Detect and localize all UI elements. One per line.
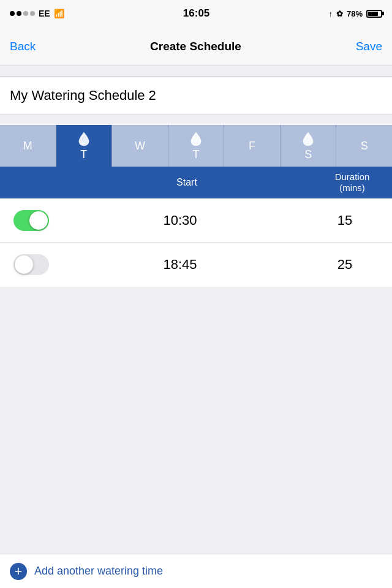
- day-cell-w2[interactable]: W: [112, 125, 168, 167]
- day-label: S: [304, 148, 312, 161]
- carrier-label: EE: [39, 9, 50, 18]
- empty-area: [0, 287, 392, 483]
- row-start-0[interactable]: 10:30: [55, 213, 305, 228]
- schedule-row-0: 10:30 15: [0, 198, 392, 243]
- day-cell-m0[interactable]: M: [0, 125, 56, 167]
- schedule-name-section: My Watering Schedule 2: [0, 76, 392, 115]
- footer-section[interactable]: + Add another watering time: [0, 554, 392, 588]
- day-cell-t1[interactable]: T: [56, 125, 113, 167]
- day-cell-s6[interactable]: S: [336, 125, 392, 167]
- save-button[interactable]: Save: [356, 40, 382, 53]
- toggle-knob-1: [15, 255, 33, 274]
- toggle-knob-0: [29, 211, 48, 230]
- schedule-rows: 10:30 15 18:45 25: [0, 198, 392, 287]
- row-duration-1[interactable]: 25: [305, 257, 385, 273]
- battery-percent: 78%: [347, 9, 363, 18]
- day-label: S: [361, 140, 368, 153]
- header-duration: Duration(mins): [312, 172, 392, 194]
- status-right: ↑ ✿ 78%: [328, 9, 382, 18]
- nav-bar: Back Create Schedule Save: [0, 27, 392, 66]
- schedule-name[interactable]: My Watering Schedule 2: [10, 88, 156, 103]
- toggle-wrapper-1: [7, 254, 55, 275]
- bluetooth-icon: ✿: [336, 9, 343, 18]
- header-start: Start: [61, 177, 312, 188]
- status-bar: EE 📶 16:05 ↑ ✿ 78%: [0, 0, 392, 27]
- add-label[interactable]: Add another watering time: [34, 565, 163, 578]
- day-label: F: [249, 140, 255, 153]
- day-label: M: [23, 140, 32, 153]
- status-time: 16:05: [183, 7, 209, 20]
- days-section: M TW TF SS Start Duration(mins) 10:30 15: [0, 125, 392, 287]
- row-start-1[interactable]: 18:45: [55, 257, 305, 273]
- add-icon: +: [10, 563, 27, 580]
- schedule-table-header: Start Duration(mins): [0, 167, 392, 198]
- day-label: T: [80, 148, 87, 161]
- day-label: T: [193, 148, 200, 161]
- status-left: EE 📶: [10, 9, 64, 18]
- battery-icon: [366, 10, 382, 18]
- row-duration-0[interactable]: 15: [305, 213, 385, 228]
- toggle-0[interactable]: [13, 210, 49, 231]
- toggle-wrapper-0: [7, 210, 55, 231]
- day-cell-f4[interactable]: F: [224, 125, 281, 167]
- wifi-icon: 📶: [54, 9, 64, 18]
- nav-title: Create Schedule: [150, 40, 241, 53]
- schedule-row-1: 18:45 25: [0, 243, 392, 287]
- signal-strength: [10, 11, 35, 16]
- days-row: M TW TF SS: [0, 125, 392, 167]
- day-label: W: [135, 140, 145, 153]
- day-cell-t3[interactable]: T: [168, 125, 225, 167]
- toggle-1[interactable]: [13, 254, 49, 275]
- back-button[interactable]: Back: [10, 40, 36, 53]
- location-icon: ↑: [328, 9, 333, 18]
- day-cell-s5[interactable]: S: [281, 125, 337, 167]
